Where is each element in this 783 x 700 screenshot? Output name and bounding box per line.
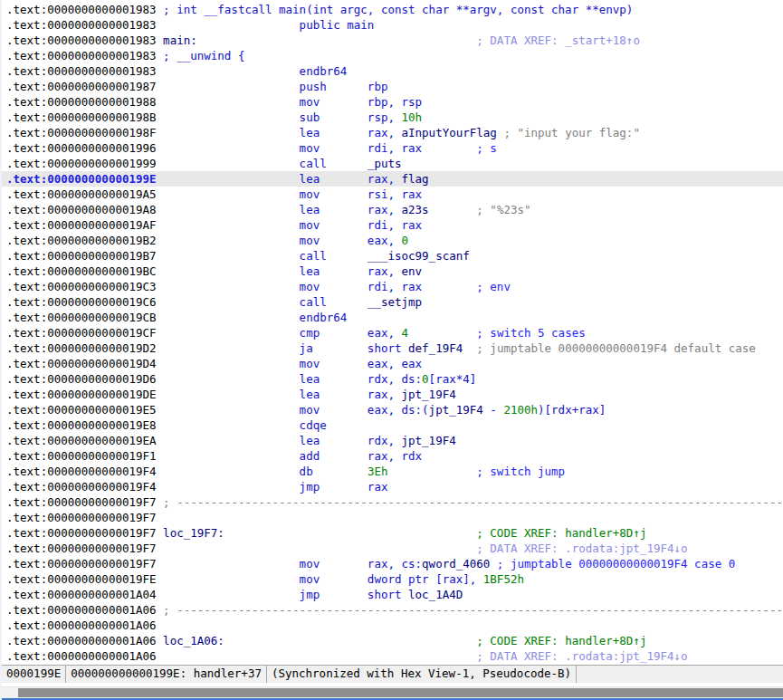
code-text: jmp rax — [157, 480, 388, 494]
listing-row[interactable]: .text:000000000000198F lea rax, aInputYo… — [2, 125, 783, 140]
comment: ; "input your flag:" — [497, 126, 640, 139]
listing-row[interactable]: .text:0000000000001983 ; __unwind { — [2, 48, 783, 63]
number-literal: 10h — [402, 110, 423, 124]
code-text: lea rdx, ds: — [157, 372, 423, 386]
listing-row[interactable]: .text:0000000000001983 main: ; DATA XREF… — [2, 33, 783, 48]
listing-row[interactable]: .text:0000000000001A04 jmp short loc_1A4… — [2, 587, 783, 602]
listing-row[interactable]: .text:000000000000198B sub rsp, 10h — [2, 110, 783, 125]
code-text: ja short — [157, 341, 408, 355]
address-label: .text:00000000000019E8 — [6, 418, 157, 432]
code-text: endbr64 — [157, 64, 348, 78]
listing-row[interactable]: .text:0000000000001A06 ; ---------------… — [2, 602, 783, 618]
listing-row[interactable]: .text:00000000000019A5 mov rsi, rax — [2, 187, 783, 202]
address-label: .text:00000000000019BC — [6, 264, 157, 278]
listing-row[interactable]: .text:00000000000019D2 ja short def_19F4… — [2, 340, 783, 356]
listing-row[interactable]: .text:0000000000001987 push rbp — [2, 79, 783, 94]
address-label: .text:00000000000019D2 — [6, 341, 157, 355]
disassembly-listing[interactable]: .text:0000000000001983 ; int __fastcall … — [2, 0, 783, 666]
listing-row[interactable]: .text:0000000000001983 endbr64 — [2, 63, 783, 79]
listing-row[interactable]: .text:00000000000019F7 loc_19F7: ; CODE … — [2, 525, 783, 541]
symbol-name: main: — [157, 34, 197, 47]
code-text: endbr64 — [157, 311, 348, 324]
address-label: .text:0000000000001983 — [6, 49, 157, 62]
listing-row[interactable]: .text:0000000000001A06 ; DATA XREF: .rod… — [2, 648, 783, 664]
address-label: .text:00000000000019A8 — [6, 203, 157, 216]
code-text: db — [157, 465, 368, 478]
code-text: lea rdx, — [157, 434, 402, 447]
symbol-name: jpt_19F4 — [429, 403, 483, 417]
comment: ; s — [422, 141, 497, 155]
listing-row[interactable]: .text:00000000000019EA lea rdx, jpt_19F4 — [2, 433, 783, 448]
address-label: .text:00000000000019FE — [6, 572, 157, 586]
horizontal-scrollbar[interactable] — [2, 686, 783, 698]
listing-row[interactable]: .text:00000000000019E5 mov eax, ds:(jpt_… — [2, 402, 783, 417]
listing-row[interactable]: .text:00000000000019E8 cdqe — [2, 417, 783, 433]
code-text: call — [157, 295, 368, 309]
code-text: lea rax, — [157, 264, 402, 278]
address-label: .text:0000000000001A04 — [6, 588, 157, 601]
listing-row[interactable]: .text:0000000000001996 mov rdi, rax ; s — [2, 140, 783, 156]
data-xref-comment: ; DATA XREF: .rodata:jpt_19F4↓o — [157, 542, 688, 555]
number-literal: 0 — [402, 234, 409, 247]
symbol-name: __setjmp — [368, 295, 422, 309]
symbol-name: loc_1A06: — [157, 634, 224, 647]
address-label: .text:00000000000019CF — [6, 326, 157, 340]
listing-row[interactable]: .text:0000000000001A06 — [2, 618, 783, 633]
code-text: mov rax, cs: — [157, 557, 423, 571]
listing-row[interactable]: .text:00000000000019F7 mov rax, cs:qword… — [2, 556, 783, 571]
code-text: mov eax, eax — [157, 357, 423, 370]
listing-row-selected[interactable]: .text:000000000000199E lea rax, flag — [2, 171, 783, 187]
status-sync-info: (Synchronized with Hex View-1, Pseudocod… — [267, 666, 577, 683]
address-label: .text:00000000000019B7 — [6, 249, 157, 263]
listing-row[interactable]: .text:00000000000019D4 mov eax, eax — [2, 356, 783, 371]
horizontal-scrollbar-thumb[interactable] — [18, 688, 783, 697]
address-label: .text:0000000000001983 — [6, 64, 157, 78]
listing-row[interactable]: .text:00000000000019FE mov dword ptr [ra… — [2, 571, 783, 587]
listing-row[interactable]: .text:00000000000019F7 ; ---------------… — [2, 494, 783, 510]
address-label: .text:00000000000019F1 — [6, 449, 157, 463]
listing-row[interactable]: .text:0000000000001999 call _puts — [2, 156, 783, 171]
address-label: .text:0000000000001A06 — [6, 649, 157, 663]
symbol-name: qword_4060 — [422, 557, 490, 571]
listing-row[interactable]: .text:0000000000001A06 loc_1A06: ; CODE … — [2, 633, 783, 648]
code-xref-comment: ; CODE XREF: handler+8D↑j — [224, 526, 647, 540]
code-text: public main — [157, 18, 375, 32]
address-label: .text:00000000000019C6 — [6, 295, 157, 309]
code-text: call — [157, 157, 368, 170]
code-text: jmp short — [157, 588, 408, 601]
listing-row[interactable]: .text:00000000000019DE lea rax, jpt_19F4 — [2, 387, 783, 402]
listing-row[interactable]: .text:00000000000019C6 call __setjmp — [2, 294, 783, 310]
number-literal: 3Eh — [368, 465, 388, 478]
listing-row[interactable]: .text:00000000000019F1 add rax, rdx — [2, 448, 783, 464]
listing-row[interactable]: .text:00000000000019F4 db 3Eh ; switch j… — [2, 464, 783, 479]
address-label: .text:0000000000001A06 — [6, 618, 157, 632]
listing-row[interactable]: .text:00000000000019BC lea rax, env — [2, 264, 783, 279]
listing-row[interactable]: .text:0000000000001983 ; int __fastcall … — [2, 2, 783, 17]
listing-row[interactable]: .text:00000000000019CF cmp eax, 4 ; swit… — [2, 325, 783, 340]
address-label: .text:00000000000019F4 — [6, 480, 157, 494]
listing-row[interactable]: .text:00000000000019F4 jmp rax — [2, 479, 783, 494]
status-bar: 0000199E 000000000000199E: handler+37 (S… — [2, 665, 783, 684]
listing-row[interactable]: .text:00000000000019F7 — [2, 510, 783, 525]
address-label: .text:0000000000001983 — [6, 34, 157, 47]
address-label: .text:00000000000019DE — [6, 388, 157, 401]
listing-row[interactable]: .text:00000000000019F7 ; DATA XREF: .rod… — [2, 541, 783, 556]
symbol-name: jpt_19F4 — [402, 388, 456, 401]
data-xref-comment: ; DATA XREF: .rodata:jpt_19F4↓o — [157, 649, 688, 663]
listing-row[interactable]: .text:0000000000001983 public main — [2, 17, 783, 33]
listing-row[interactable]: .text:00000000000019B7 call ___isoc99_sc… — [2, 248, 783, 264]
status-address-long: 000000000000199E: handler+37 — [66, 666, 267, 683]
listing-row[interactable]: .text:00000000000019A8 lea rax, a23s ; "… — [2, 202, 783, 217]
code-text: mov eax, ds:( — [157, 403, 429, 417]
code-text: cmp eax, — [157, 326, 402, 340]
listing-row[interactable]: .text:0000000000001988 mov rbp, rsp — [2, 94, 783, 110]
code-text: ; int __fastcall main(int argc, const ch… — [157, 3, 634, 16]
address-label: .text:00000000000019F7 — [6, 511, 157, 524]
code-text: mov rdi, rax — [157, 280, 423, 293]
listing-row[interactable]: .text:00000000000019C3 mov rdi, rax ; en… — [2, 279, 783, 294]
address-label: .text:00000000000019EA — [6, 434, 157, 447]
listing-row[interactable]: .text:00000000000019B2 mov eax, 0 — [2, 233, 783, 248]
listing-row[interactable]: .text:00000000000019D6 lea rdx, ds:0[rax… — [2, 371, 783, 387]
listing-row[interactable]: .text:00000000000019AF mov rdi, rax — [2, 217, 783, 233]
listing-row[interactable]: .text:00000000000019CB endbr64 — [2, 310, 783, 325]
